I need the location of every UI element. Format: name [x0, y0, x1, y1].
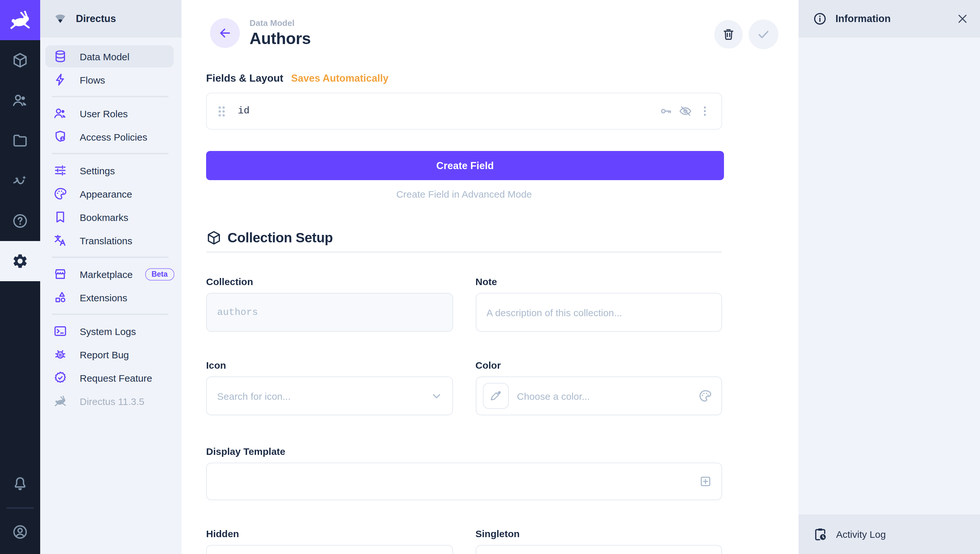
collection-label: Collection: [206, 276, 453, 287]
icon-search-input[interactable]: [206, 376, 453, 416]
color-input[interactable]: [517, 390, 690, 401]
hidden-field: Hidden: [206, 528, 453, 554]
nav-item-label: Request Feature: [80, 372, 152, 383]
directus-logo[interactable]: [0, 0, 40, 40]
nav-item-user-roles[interactable]: User Roles: [45, 102, 174, 124]
module-insights[interactable]: [0, 161, 40, 201]
close-icon[interactable]: [956, 12, 969, 25]
module-users[interactable]: [0, 80, 40, 121]
palette-icon: [53, 186, 67, 201]
save-button[interactable]: [749, 19, 778, 49]
header-actions: [714, 19, 778, 49]
nav-item-label: Access Policies: [80, 131, 147, 142]
eye-off-icon[interactable]: [679, 104, 692, 118]
field-row-id[interactable]: id: [206, 93, 722, 130]
kebab-menu-icon[interactable]: [698, 104, 712, 118]
create-field-button[interactable]: Create Field: [206, 151, 724, 180]
primary-key-icon: [659, 104, 673, 118]
help-icon: [12, 213, 29, 229]
nav-item-access-policies[interactable]: Access Policies: [45, 126, 174, 148]
breadcrumb: Data Model: [250, 18, 311, 28]
delete-collection-button[interactable]: [714, 20, 743, 49]
app: Directus Data Model: [0, 0, 980, 554]
nav-item-label: Appearance: [80, 188, 132, 199]
nav-divider: [52, 256, 169, 258]
nav-item-report-bug[interactable]: Report Bug: [45, 344, 174, 365]
add-box-icon[interactable]: [699, 474, 712, 488]
main-content: Data Model Authors Fields & Layout Saves…: [182, 0, 798, 554]
nav-item-label: Extensions: [80, 292, 127, 303]
field-name: id: [238, 106, 250, 117]
nav-divider: [52, 153, 169, 154]
page-title: Authors: [250, 29, 311, 48]
nav-item-marketplace[interactable]: Marketplace Beta: [45, 263, 174, 285]
translate-icon: [53, 233, 67, 248]
settings-nav: Directus Data Model: [40, 0, 182, 554]
clipboard-clock-icon: [813, 527, 828, 542]
nav-item-bookmarks[interactable]: Bookmarks: [45, 206, 174, 228]
box-icon: [12, 52, 29, 69]
fields-layout-heading: Fields & Layout: [206, 73, 283, 84]
eyedropper-icon: [489, 389, 502, 403]
page-header: Data Model Authors: [206, 0, 722, 66]
note-field: Note: [475, 276, 722, 332]
nav-item-translations[interactable]: Translations: [45, 229, 174, 252]
nav-item-request-feature[interactable]: Request Feature: [45, 367, 174, 389]
nav-item-settings[interactable]: Settings: [45, 159, 174, 181]
nav-item-system-logs[interactable]: System Logs: [45, 320, 174, 342]
version-info: Directus 11.3.5: [45, 390, 174, 412]
eyedropper-button[interactable]: [483, 383, 508, 409]
section-divider: [206, 252, 722, 253]
bug-icon: [53, 347, 67, 361]
collection-setup-heading: Collection Setup: [206, 230, 722, 245]
module-bar-divider: [6, 507, 34, 509]
gear-icon: [12, 253, 29, 269]
nav-item-appearance[interactable]: Appearance: [45, 183, 174, 205]
nav-item-data-model[interactable]: Data Model: [45, 45, 174, 67]
singleton-field: Singleton: [475, 528, 722, 554]
database-icon: [53, 49, 67, 64]
module-content[interactable]: [0, 40, 40, 80]
singleton-toggle[interactable]: [475, 545, 722, 554]
icon-label: Icon: [206, 360, 453, 371]
singleton-label: Singleton: [475, 528, 722, 539]
shield-lock-icon: [53, 130, 67, 144]
version-label: Directus 11.3.5: [80, 396, 145, 407]
project-header[interactable]: Directus: [40, 0, 182, 38]
color-label: Color: [475, 360, 722, 371]
module-settings[interactable]: [0, 241, 40, 281]
note-input[interactable]: [475, 293, 722, 332]
extensions-icon: [53, 290, 67, 304]
nav-item-extensions[interactable]: Extensions: [45, 287, 174, 309]
info-icon: [813, 12, 827, 26]
terminal-icon: [53, 324, 67, 338]
palette-icon[interactable]: [698, 389, 712, 403]
account-button[interactable]: [0, 512, 40, 552]
nav-divider: [52, 314, 169, 315]
nav-item-flows[interactable]: Flows: [45, 69, 174, 91]
folder-icon: [12, 132, 29, 149]
nav-item-label: Data Model: [80, 51, 129, 62]
box-icon: [206, 230, 221, 245]
nav-item-label: System Logs: [80, 326, 136, 337]
nav-item-label: Report Bug: [80, 349, 129, 360]
note-label: Note: [475, 276, 722, 287]
drag-handle-icon[interactable]: [217, 105, 227, 118]
activity-log-section[interactable]: Activity Log: [798, 514, 980, 554]
module-files[interactable]: [0, 121, 40, 161]
hidden-toggle[interactable]: [206, 545, 453, 554]
module-docs[interactable]: [0, 201, 40, 241]
notifications-button[interactable]: [0, 464, 40, 504]
chevron-down-icon[interactable]: [429, 389, 443, 403]
back-button[interactable]: [210, 18, 240, 48]
display-template-input[interactable]: [206, 463, 722, 500]
trash-icon: [721, 27, 736, 41]
advanced-mode-link[interactable]: Create Field in Advanced Mode: [206, 189, 722, 200]
collection-input: [206, 293, 453, 332]
project-name: Directus: [76, 13, 116, 25]
insights-icon: [12, 172, 29, 189]
autosave-notice: Saves Automatically: [291, 73, 388, 84]
badge-check-icon: [53, 371, 67, 385]
info-sidebar: Information Activity Log: [798, 0, 980, 554]
nav-list: Data Model Flows: [40, 38, 182, 413]
